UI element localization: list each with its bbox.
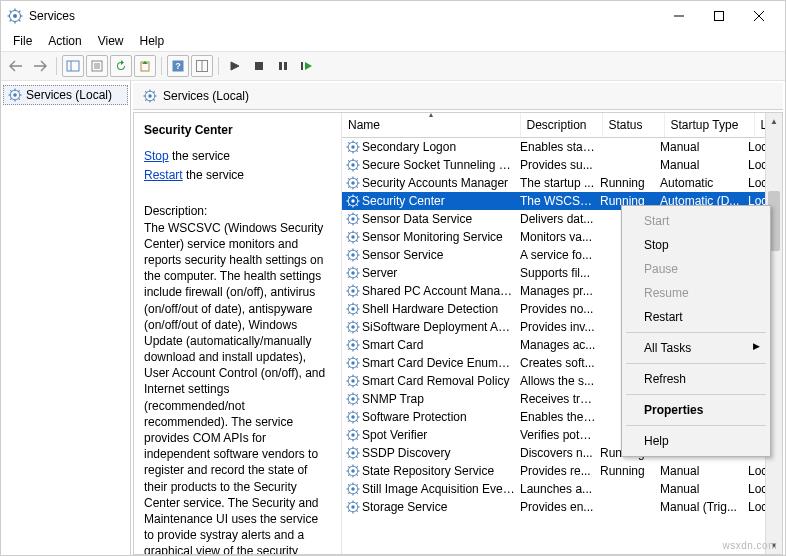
context-restart[interactable]: Restart (624, 305, 768, 329)
restart-service-link[interactable]: Restart (144, 168, 183, 182)
scroll-up-icon[interactable]: ▲ (766, 113, 782, 130)
stop-service-button[interactable] (248, 55, 270, 77)
svg-rect-35 (255, 62, 263, 70)
cell-description: Allows the s... (520, 374, 600, 388)
gear-icon (344, 374, 362, 388)
maximize-button[interactable] (699, 2, 739, 30)
svg-rect-38 (301, 62, 303, 70)
pause-service-button[interactable] (272, 55, 294, 77)
cell-description: Provides en... (520, 500, 600, 514)
cell-description: Provides inv... (520, 320, 600, 334)
context-refresh[interactable]: Refresh (624, 367, 768, 391)
detail-service-name: Security Center (144, 123, 331, 137)
gear-icon (344, 212, 362, 226)
menu-file[interactable]: File (5, 32, 40, 50)
cell-description: The startup ... (520, 176, 600, 190)
cell-description: Verifies pote... (520, 428, 600, 442)
gear-icon (344, 230, 362, 244)
cell-name: State Repository Service (362, 464, 520, 478)
cell-description: Monitors va... (520, 230, 600, 244)
table-row[interactable]: Secondary LogonEnables star...ManualLoc (342, 138, 782, 156)
column-status[interactable]: Status (602, 113, 664, 138)
gear-icon (344, 338, 362, 352)
close-button[interactable] (739, 2, 779, 30)
export-list-button[interactable] (134, 55, 156, 77)
gear-icon (143, 89, 157, 103)
back-button[interactable] (5, 55, 27, 77)
cell-name: SNMP Trap (362, 392, 520, 406)
column-startup[interactable]: Startup Type (664, 113, 754, 138)
gear-icon (344, 194, 362, 208)
cell-name: Sensor Service (362, 248, 520, 262)
cell-name: Smart Card Removal Policy (362, 374, 520, 388)
menu-view[interactable]: View (90, 32, 132, 50)
cell-description: Delivers dat... (520, 212, 600, 226)
column-description[interactable]: Description (520, 113, 602, 138)
description-label: Description: (144, 203, 331, 219)
cell-description: Provides re... (520, 464, 600, 478)
minimize-button[interactable] (659, 2, 699, 30)
toolbar: ? (1, 51, 785, 81)
context-properties[interactable]: Properties (624, 398, 768, 422)
column-name[interactable]: Name (342, 113, 520, 138)
table-row[interactable]: Secure Socket Tunneling Pr...Provides su… (342, 156, 782, 174)
cell-description: The WSCSV... (520, 194, 600, 208)
refresh-button[interactable] (110, 55, 132, 77)
cell-status: Running (600, 464, 660, 478)
gear-icon (344, 266, 362, 280)
context-help[interactable]: Help (624, 429, 768, 453)
gear-icon (344, 302, 362, 316)
table-row[interactable]: State Repository ServiceProvides re...Ru… (342, 462, 782, 480)
context-resume: Resume (624, 281, 768, 305)
help-button[interactable]: ? (167, 55, 189, 77)
table-row[interactable]: Storage ServiceProvides en...Manual (Tri… (342, 498, 782, 516)
tree-item-services-local[interactable]: Services (Local) (3, 85, 128, 105)
gear-icon (8, 88, 22, 102)
menu-bar: File Action View Help (1, 31, 785, 51)
show-hide-tree-button[interactable] (62, 55, 84, 77)
stop-service-link[interactable]: Stop (144, 149, 169, 163)
window-title: Services (29, 9, 659, 23)
cell-name: Shared PC Account Manager (362, 284, 520, 298)
cell-name: Secure Socket Tunneling Pr... (362, 158, 520, 172)
gear-icon (344, 428, 362, 442)
cell-description: Supports fil... (520, 266, 600, 280)
table-row[interactable]: Still Image Acquisition EventsLaunches a… (342, 480, 782, 498)
properties-button[interactable] (86, 55, 108, 77)
gear-icon (344, 284, 362, 298)
cell-name: SiSoftware Deployment Age... (362, 320, 520, 334)
gear-icon (344, 140, 362, 154)
context-all-tasks[interactable]: All Tasks▶ (624, 336, 768, 360)
cell-startup: Manual (660, 464, 748, 478)
context-menu: Start Stop Pause Resume Restart All Task… (621, 205, 771, 457)
gear-icon (344, 248, 362, 262)
cell-startup: Manual (Trig... (660, 500, 748, 514)
menu-help[interactable]: Help (132, 32, 173, 50)
gear-icon (344, 482, 362, 496)
svg-rect-36 (279, 62, 282, 70)
gear-icon (344, 158, 362, 172)
gear-icon (344, 410, 362, 424)
cell-description: Provides su... (520, 158, 600, 172)
table-row[interactable]: Security Accounts ManagerThe startup ...… (342, 174, 782, 192)
context-pause: Pause (624, 257, 768, 281)
service-detail-panel: Security Center Stop the service Restart… (134, 113, 342, 554)
start-service-button[interactable] (224, 55, 246, 77)
cell-description: Launches a... (520, 482, 600, 496)
gear-icon (344, 356, 362, 370)
context-start: Start (624, 209, 768, 233)
cell-startup: Manual (660, 140, 748, 154)
forward-button[interactable] (29, 55, 51, 77)
gear-icon (344, 392, 362, 406)
menu-action[interactable]: Action (40, 32, 89, 50)
context-stop[interactable]: Stop (624, 233, 768, 257)
cell-name: Sensor Data Service (362, 212, 520, 226)
cell-description: Creates soft... (520, 356, 600, 370)
cell-name: Secondary Logon (362, 140, 520, 154)
help2-button[interactable] (191, 55, 213, 77)
cell-description: Manages ac... (520, 338, 600, 352)
cell-name: Smart Card (362, 338, 520, 352)
restart-service-button[interactable] (296, 55, 318, 77)
watermark: wsxdn.com (722, 540, 777, 551)
cell-startup: Manual (660, 158, 748, 172)
